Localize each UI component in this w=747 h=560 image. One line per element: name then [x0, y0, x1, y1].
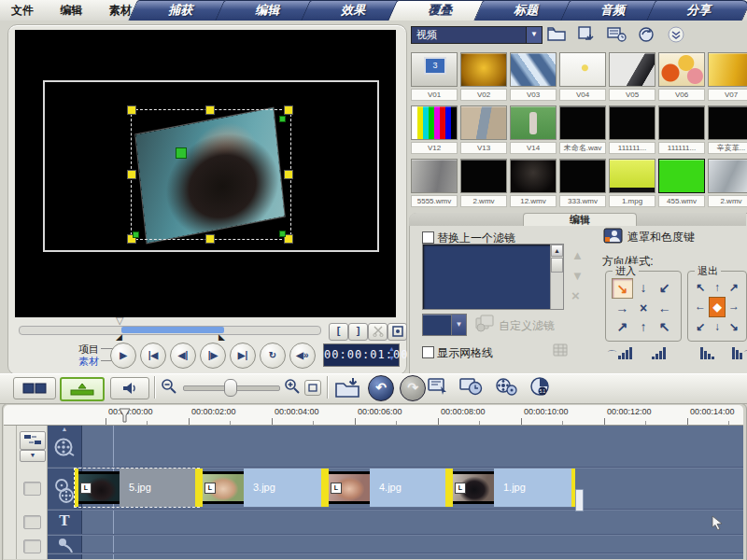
library-organizer-icon[interactable] [605, 25, 627, 43]
thumbnail-image[interactable] [658, 52, 705, 87]
export-icon[interactable] [635, 25, 657, 43]
library-thumbnail[interactable]: 未命名.wav [559, 105, 606, 154]
library-thumbnail[interactable]: V12 [411, 105, 458, 154]
gallery-category-select[interactable]: 视频 [411, 26, 528, 44]
menu-item[interactable]: 编辑 [49, 0, 93, 19]
enter-from-bottom-left[interactable]: ↗ [612, 317, 633, 336]
edit-options-tab[interactable]: 编辑 [523, 213, 637, 226]
library-thumbnail[interactable]: 5555.wmv [411, 159, 458, 207]
enter-from-bottom-right[interactable]: ↖ [654, 317, 675, 336]
surround-sound-icon[interactable]: 5.1 [529, 376, 551, 398]
library-thumbnail[interactable]: 2.wmv [460, 159, 507, 207]
mask-chroma-key-icon[interactable] [603, 228, 623, 244]
thumbnail-image[interactable] [708, 52, 747, 87]
painting-creator-icon[interactable] [495, 377, 519, 397]
gallery-select-arrow-icon[interactable]: ▼ [526, 26, 543, 44]
resize-handle-s[interactable] [205, 234, 215, 244]
timeline-clip[interactable]: L 5.jpg [75, 469, 199, 507]
storyboard-view-button[interactable] [13, 377, 56, 399]
exit-to-right[interactable]: → [726, 297, 742, 317]
distort-handle-top-right[interactable] [279, 116, 286, 122]
tab-share[interactable]: 分享 [647, 0, 747, 21]
clip-filename-label[interactable]: 4.jpg [370, 469, 445, 507]
thumbnail-image[interactable] [658, 105, 705, 140]
open-folder-icon[interactable] [545, 25, 568, 43]
scrollbar-thumb[interactable] [551, 258, 563, 273]
track-header-dropdown[interactable]: ▼ [20, 450, 46, 462]
library-thumbnail[interactable]: V02 [460, 52, 507, 101]
show-grid-lines-checkbox[interactable] [422, 346, 434, 358]
library-thumbnail[interactable]: 2.wmv [708, 159, 747, 207]
applied-filters-listbox[interactable]: ▲ [422, 244, 564, 310]
thumbnail-image[interactable] [411, 159, 458, 193]
scroll-up-icon[interactable]: ▲ [551, 245, 563, 257]
clip-mode-label[interactable]: 素材 [78, 355, 99, 369]
library-thumbnail[interactable]: 12.wmv [510, 159, 557, 207]
fit-project-in-window-button[interactable] [304, 380, 321, 396]
batch-convert-icon[interactable] [428, 377, 450, 397]
mask-chroma-key-label[interactable]: 遮罩和色度键 [627, 230, 695, 245]
distort-handle-bottom-right[interactable] [279, 231, 286, 237]
clip-filename-label[interactable]: 5.jpg [120, 469, 195, 507]
thumbnail-image[interactable] [559, 105, 606, 140]
tracks-scroll-up-icon[interactable]: ▲ [48, 426, 81, 432]
scrubber-selected-range[interactable] [121, 327, 224, 333]
trim-handle-start[interactable]: ◢ [116, 332, 122, 342]
library-thumbnail[interactable]: 辛亥革... [708, 105, 747, 154]
timeline-clip[interactable]: L 3.jpg [199, 469, 325, 507]
exit-static[interactable]: ◆ [709, 297, 726, 317]
enter-static[interactable]: × [633, 299, 655, 317]
import-media-icon[interactable] [575, 25, 598, 43]
library-thumbnail[interactable]: V06 [658, 52, 705, 101]
enter-from-top[interactable]: ↓ [633, 278, 655, 299]
timeline-playhead-marker[interactable] [119, 408, 131, 423]
thumbnail-image[interactable] [411, 105, 458, 140]
scrubber-playhead-icon[interactable]: ▽ [116, 315, 123, 327]
library-thumbnail[interactable]: V03 [510, 52, 557, 101]
clip-thumbnail[interactable]: L [203, 471, 244, 504]
clip-row-end-handle[interactable] [575, 489, 584, 511]
title-track-icon[interactable]: T [48, 511, 81, 530]
resize-handle-ne[interactable] [284, 105, 293, 115]
thumbnail-image[interactable] [510, 52, 557, 87]
zoom-slider-thumb[interactable] [224, 379, 237, 397]
sound-mixer-view-button[interactable] [110, 377, 149, 399]
thumbnail-image[interactable] [411, 52, 458, 87]
exit-to-left[interactable]: ← [692, 297, 709, 317]
track-manager-button[interactable] [20, 431, 46, 450]
timeline-view-button[interactable] [60, 377, 105, 401]
insert-media-files-icon[interactable] [334, 376, 360, 399]
exit-to-top-right[interactable]: ↗ [726, 278, 742, 297]
move-filter-down-button[interactable]: ▼ [571, 269, 584, 283]
clip-thumbnail[interactable]: L [78, 471, 120, 504]
thumbnail-image[interactable] [609, 52, 655, 87]
timeline-clip[interactable]: L 1.jpg [449, 469, 575, 507]
thumbnail-image[interactable] [609, 159, 655, 193]
delete-filter-button[interactable]: × [571, 287, 580, 303]
move-filter-up-button[interactable]: ▲ [571, 248, 584, 262]
library-thumbnail[interactable]: V05 [609, 52, 655, 101]
volume-button[interactable]: ◀» [289, 343, 316, 369]
exit-to-bottom-right[interactable]: ↘ [726, 317, 742, 336]
timecode-spinner[interactable]: ▲▼ [387, 344, 397, 364]
play-button[interactable]: ▶ [110, 343, 136, 369]
home-button[interactable]: |◀ [140, 343, 166, 369]
rotate-after-pause-icon[interactable]: ⌒ [732, 347, 747, 359]
overlay-track-ripple-button[interactable] [23, 482, 41, 496]
enlarge-preview-button[interactable] [388, 323, 407, 341]
library-thumbnail[interactable]: 333.wmv [559, 159, 606, 207]
clip-filename-label[interactable]: 1.jpg [494, 469, 571, 507]
exit-to-bottom-left[interactable]: ↙ [692, 317, 709, 336]
thumbnail-image[interactable] [658, 159, 705, 193]
fade-in-icon[interactable] [652, 347, 666, 359]
resize-handle-w[interactable] [127, 170, 136, 179]
redo-button[interactable]: ↷ [400, 375, 426, 401]
zoom-in-icon[interactable] [284, 378, 301, 395]
next-frame-button[interactable]: |▶ [200, 343, 226, 369]
timeline-ruler[interactable]: 00:00:00:00 00:00:02:00 00:00:04:00 00:0… [4, 405, 743, 426]
thumbnail-image[interactable] [460, 159, 507, 193]
trim-handle-end[interactable]: ◣ [218, 332, 225, 342]
repeat-button[interactable]: ↻ [260, 343, 286, 369]
enter-from-top-right[interactable]: ↙ [654, 278, 675, 299]
title-track-ripple-button[interactable] [23, 515, 41, 529]
